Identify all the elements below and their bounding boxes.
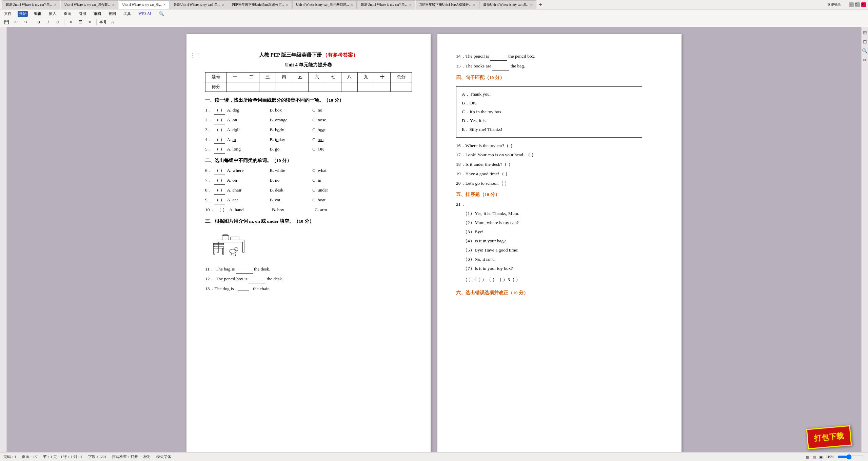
align-center-icon[interactable]: ☰ xyxy=(77,19,84,25)
menu-home[interactable]: 开始 xyxy=(18,11,28,17)
menu-tools[interactable]: 视图 xyxy=(107,11,117,17)
question-4: 4． （ ） A. to B. today C. too xyxy=(205,136,412,144)
svg-rect-2 xyxy=(242,242,244,252)
answer-blanks: （ ）4（ ）（ ）（ ）3（ ） xyxy=(463,276,663,284)
align-check: 校对 xyxy=(143,455,151,459)
underline-icon[interactable]: U xyxy=(54,19,61,25)
ribbon: 文件 开始 编辑 插入 页面 引用 审阅 视图 工具 WPS AI 🔍 💾 ↩ … xyxy=(0,9,868,27)
minimize-button[interactable]: － xyxy=(849,2,854,7)
question-8: 8． （ ） A. chair B. desk C. under xyxy=(205,186,412,195)
match-q19: 19．Have a good time!（ ） xyxy=(456,170,663,178)
tab-3[interactable]: Unit 4 Where is my car_单... ✕ xyxy=(119,0,170,9)
window-controls: － □ ✕ xyxy=(849,2,866,7)
align-left-icon[interactable]: ≡ xyxy=(67,19,75,25)
question-3: 3． （ ） A. doll B. body C. boat xyxy=(205,126,412,134)
tab-7-close[interactable]: ✕ xyxy=(409,3,412,7)
sidebar-icon-1[interactable]: ⊞ xyxy=(863,30,867,36)
section4-header: 四、句子匹配（10 分） xyxy=(456,74,663,82)
svg-rect-8 xyxy=(222,236,229,240)
svg-rect-17 xyxy=(231,237,239,240)
menu-page[interactable]: 插入 xyxy=(47,11,58,17)
tab-4-close[interactable]: ✕ xyxy=(222,3,224,7)
sidebar-icon-4[interactable]: ✏ xyxy=(863,57,867,63)
word-count: 字数：1201 xyxy=(88,455,106,459)
italic-icon[interactable]: I xyxy=(44,19,52,25)
tab-9[interactable]: 最新Unit 4 Where is my car 综... ✕ xyxy=(479,0,536,9)
question-11: 11． The bag is _____ the desk. xyxy=(205,265,412,274)
window-top-right: 立即登录 － □ ✕ xyxy=(825,2,866,7)
question-12: 12． The pencil box is _____ the desk. xyxy=(205,275,412,283)
tab-1-close[interactable]: ✕ xyxy=(54,3,57,7)
tab-4[interactable]: 最新Unit 4 Where is my car? 单... ✕ xyxy=(170,0,228,9)
maximize-button[interactable]: □ xyxy=(855,2,860,7)
align-right-icon[interactable]: ≡ xyxy=(86,19,94,25)
zoom-slider[interactable] xyxy=(837,454,865,460)
view-icon-2[interactable]: ▤ xyxy=(812,455,816,459)
download-badge[interactable]: 打包下载 xyxy=(806,425,852,449)
page-number: 页码：1 xyxy=(3,455,16,459)
section6-header: 六、选出错误选项并改正（10 分） xyxy=(456,289,663,297)
tab-8-close[interactable]: ✕ xyxy=(473,3,475,7)
tab-7[interactable]: 最新Unit 4 Where is my car? 单... ✕ xyxy=(357,0,415,9)
tab-5-close[interactable]: ✕ xyxy=(285,3,288,7)
sidebar-icon-2[interactable]: ⊡ xyxy=(863,39,867,45)
question-6: 6． （ ） A. where B. white C. what xyxy=(205,167,412,175)
question-2: 2． （ ） A. on B. orange C. nose xyxy=(205,116,412,124)
zoom-level: 110% xyxy=(826,455,834,459)
font-color-icon[interactable]: A xyxy=(109,19,116,25)
cursor-pos: 节：1 页：1 行：1 列：1 xyxy=(43,455,83,459)
tab-5[interactable]: PEP三年级下册Unit4Part双减分层... ✕ xyxy=(229,0,292,9)
wps-login[interactable]: 立即登录 xyxy=(825,2,844,7)
tab-2-close[interactable]: ✕ xyxy=(112,3,115,7)
question-7: 7． （ ） A. on B. no C. in xyxy=(205,177,412,185)
ordering-intro: 21． xyxy=(456,201,663,208)
order-1: （1）Yes, it is. Thanks, Mum. xyxy=(463,210,663,218)
search-icon[interactable]: 🔍 xyxy=(157,11,165,17)
match-item-e: E．Silly me! Thanks! xyxy=(462,126,636,134)
page-title: 人教 PEP 版三年级英语下册（有参考答案） xyxy=(205,51,412,60)
page-1: ⋮⋮ 人教 PEP 版三年级英语下册（有参考答案） Unit 4 单元能力提升卷… xyxy=(186,34,431,454)
redo-icon[interactable]: ↪ xyxy=(22,19,29,25)
svg-rect-0 xyxy=(217,240,244,242)
desk-image xyxy=(212,228,412,261)
question-13: 13．The dog is _____ the chair. xyxy=(205,285,412,293)
tab-2[interactable]: Unit 4 Where is my car_综合套... ✕ xyxy=(61,0,118,9)
tab-9-close[interactable]: ✕ xyxy=(530,3,533,7)
section5-header: 五、排序题（10 分） xyxy=(456,191,663,199)
menu-ref[interactable]: 页面 xyxy=(62,11,73,17)
bold-icon[interactable]: B xyxy=(35,19,42,25)
match-item-c: C．It's in the toy box. xyxy=(462,108,636,116)
match-item-b: B．OK. xyxy=(462,99,636,107)
section3-header: 三、根据图片用介词 in, on 或 under 填空。（10 分） xyxy=(205,218,412,225)
ribbon-tools: 💾 ↩ ↪ B I U ≡ ☰ ≡ 字号 A xyxy=(0,18,868,26)
doc-area[interactable]: ⋮⋮ 人教 PEP 版三年级英语下册（有参考答案） Unit 4 单元能力提升卷… xyxy=(7,27,861,461)
view-icon-3[interactable]: ▣ xyxy=(819,455,823,459)
save-icon[interactable]: 💾 xyxy=(3,19,10,25)
menu-member[interactable]: 工具 xyxy=(122,11,132,17)
page-section: 页面：1/7 xyxy=(22,455,37,459)
undo-icon[interactable]: ↩ xyxy=(12,19,20,25)
menu-review[interactable]: 引用 xyxy=(77,11,87,17)
tab-3-close[interactable]: ✕ xyxy=(163,3,166,6)
svg-line-16 xyxy=(235,253,236,256)
tab-6[interactable]: Unit 4 Where is my car_单元基础题... ✕ xyxy=(292,0,357,9)
ribbon-menu: 文件 开始 编辑 插入 页面 引用 审阅 视图 工具 WPS AI 🔍 xyxy=(0,10,868,18)
new-tab-button[interactable]: ＋ xyxy=(537,1,544,8)
menu-insert[interactable]: 编辑 xyxy=(33,11,43,17)
page-subtitle: Unit 4 单元能力提升卷 xyxy=(205,61,412,69)
tab-6-close[interactable]: ✕ xyxy=(350,3,353,7)
tab-1[interactable]: 最新Unit 4 Where is my car? 单... ✕ xyxy=(2,0,60,9)
match-q18: 18．Is it under the desk?（ ） xyxy=(456,161,663,168)
tab-8[interactable]: PEP三年级下册Unit4 PartA双减分... ✕ xyxy=(416,0,479,9)
menu-view[interactable]: 审阅 xyxy=(92,11,102,17)
sidebar-icon-3[interactable]: 🔍 xyxy=(862,48,868,54)
wps-ai-button[interactable]: WPS AI xyxy=(137,11,153,17)
menu-file[interactable]: 文件 xyxy=(3,11,13,17)
right-sidebar: ⊞ ⊡ 🔍 ✏ xyxy=(861,27,868,461)
match-q16: 16．Where is the toy car?（ ） xyxy=(456,142,663,150)
font-size-label: 字号 xyxy=(99,20,107,25)
view-icon-1[interactable]: ▦ xyxy=(806,455,809,459)
left-sidebar xyxy=(0,27,7,461)
match-q20: 20．Let's go to school.（ ） xyxy=(456,180,663,187)
close-button[interactable]: ✕ xyxy=(861,2,866,7)
